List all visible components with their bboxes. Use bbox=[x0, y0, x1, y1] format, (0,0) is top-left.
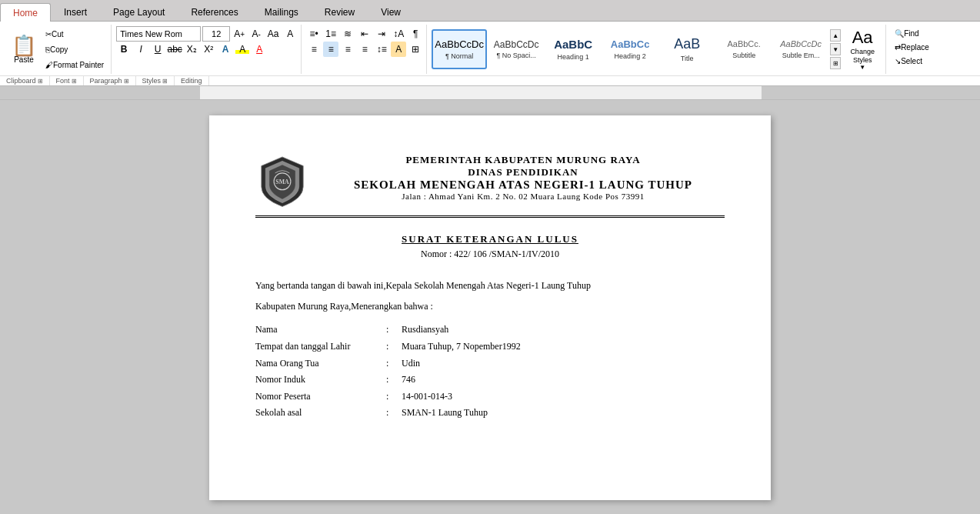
style-subtitle-label: Subtitle bbox=[732, 52, 755, 59]
style-nospace-label: ¶ No Spaci... bbox=[496, 52, 535, 59]
field-colon-nama: : bbox=[386, 322, 402, 339]
text-effects-button[interactable]: A bbox=[218, 42, 233, 57]
paste-icon: 📋 bbox=[12, 35, 36, 55]
format-painter-label: Format Painter bbox=[53, 61, 104, 69]
field-value-nompeserta: 14-001-014-3 bbox=[402, 389, 725, 406]
font-row1: A+ A- Aa A bbox=[116, 26, 298, 42]
strikethrough-button[interactable]: abc bbox=[167, 42, 182, 57]
field-label-nompeserta: Nomor Peserta bbox=[255, 389, 386, 406]
field-label-sekolahasal: Sekolah asal bbox=[255, 405, 386, 422]
copy-button[interactable]: ⎘ Copy bbox=[42, 42, 108, 56]
clear-formatting-button[interactable]: A bbox=[282, 26, 298, 42]
style-h1-label: Heading 1 bbox=[558, 53, 589, 61]
paragraph-group-label[interactable]: Paragraph ⊞ bbox=[84, 76, 136, 85]
tab-insert[interactable]: Insert bbox=[51, 2, 100, 21]
paste-button[interactable]: 📋 Paste bbox=[6, 26, 42, 72]
styles-scroll-down-button[interactable]: ▼ bbox=[830, 43, 841, 55]
font-group-label[interactable]: Font ⊞ bbox=[50, 76, 84, 85]
copy-label: Copy bbox=[50, 45, 68, 54]
styles-scroll-up-button[interactable]: ▲ bbox=[830, 29, 841, 42]
justify-button[interactable]: ≡ bbox=[357, 42, 372, 57]
field-colon-ttl: : bbox=[386, 339, 402, 355]
change-styles-button[interactable]: Aa ChangeStyles ▼ bbox=[842, 26, 882, 72]
align-center-button[interactable]: ≡ bbox=[323, 42, 338, 57]
show-formatting-button[interactable]: ¶ bbox=[408, 26, 423, 42]
format-painter-icon: 🖌 bbox=[45, 61, 53, 69]
font-shrink-button[interactable]: A- bbox=[248, 26, 264, 42]
find-button[interactable]: 🔍 Find bbox=[891, 26, 933, 40]
italic-button[interactable]: I bbox=[133, 42, 148, 57]
clipboard-group-label[interactable]: Clipboard ⊞ bbox=[0, 76, 50, 85]
align-left-button[interactable]: ≡ bbox=[306, 42, 322, 57]
change-styles-dropdown-icon: ▼ bbox=[859, 64, 865, 71]
field-label-orangtua: Nama Orang Tua bbox=[255, 355, 386, 372]
styles-expand-button[interactable]: ⊞ bbox=[830, 57, 841, 69]
font-grow-button[interactable]: A+ bbox=[232, 26, 247, 42]
style-normal-preview: AaBbCcDc bbox=[435, 38, 484, 51]
editing-group-label[interactable]: Editing bbox=[175, 76, 209, 85]
font-name-input[interactable] bbox=[116, 26, 201, 42]
line-spacing-button[interactable]: ↕≡ bbox=[374, 42, 389, 57]
org-line1: PEMERINTAH KABUPATEN MURUNG RAYA bbox=[322, 154, 725, 166]
subscript-button[interactable]: X₂ bbox=[184, 42, 199, 57]
style-subtitle-button[interactable]: AaBbCc. Subtitle bbox=[716, 29, 772, 69]
document-fields: Nama : Rusdiansyah Tempat dan tanggal La… bbox=[255, 322, 725, 422]
tab-references[interactable]: References bbox=[178, 2, 251, 21]
bold-button[interactable]: B bbox=[116, 42, 132, 57]
document-area[interactable]: SMA PEMERINTAH KABUPATEN MURUNG RAYA DIN… bbox=[0, 100, 980, 514]
editing-group: 🔍 Find ⇄ Replace ↘ Select bbox=[888, 25, 936, 74]
field-row-ttl: Tempat dan tanggal Lahir : Muara Tuhup, … bbox=[255, 339, 725, 355]
style-h2-button[interactable]: AaBbCc Heading 2 bbox=[602, 29, 658, 69]
underline-button[interactable]: U bbox=[150, 42, 165, 57]
tab-page-layout[interactable]: Page Layout bbox=[100, 2, 178, 21]
shading-button[interactable]: A bbox=[391, 42, 406, 57]
ruler bbox=[0, 86, 980, 100]
field-label-ttl: Tempat dan tanggal Lahir bbox=[255, 339, 386, 355]
clipboard-group: 📋 Paste ✂ Cut ⎘ Copy 🖌 Format Painter bbox=[3, 25, 112, 74]
styles-group-label[interactable]: Styles ⊞ bbox=[136, 76, 175, 85]
tab-review[interactable]: Review bbox=[312, 2, 368, 21]
select-button[interactable]: ↘ Select bbox=[891, 54, 933, 68]
multilevel-list-button[interactable]: ≋ bbox=[340, 26, 355, 42]
page: SMA PEMERINTAH KABUPATEN MURUNG RAYA DIN… bbox=[209, 115, 771, 500]
style-h2-label: Heading 2 bbox=[615, 52, 646, 60]
tab-mailings[interactable]: Mailings bbox=[252, 2, 312, 21]
paragraph-group: ≡• 1≡ ≋ ⇤ ⇥ ↕A ¶ ≡ ≡ ≡ ≡ ↕≡ A ⊞ bbox=[303, 25, 427, 74]
format-painter-button[interactable]: 🖌 Format Painter bbox=[42, 58, 108, 72]
font-color-button[interactable]: A bbox=[252, 42, 267, 57]
style-h1-button[interactable]: AaBbC Heading 1 bbox=[545, 29, 601, 69]
field-value-sekolahasal: SMAN-1 Laung Tuhup bbox=[402, 405, 725, 422]
align-right-button[interactable]: ≡ bbox=[340, 42, 355, 57]
increase-indent-button[interactable]: ⇥ bbox=[374, 26, 389, 42]
document-title: SURAT KETERANGAN LULUS bbox=[255, 233, 725, 245]
bullets-button[interactable]: ≡• bbox=[306, 26, 322, 42]
replace-icon: ⇄ bbox=[895, 43, 901, 52]
change-styles-label: ChangeStyles bbox=[850, 48, 875, 65]
letterhead-divider bbox=[255, 215, 725, 218]
field-colon-sekolahasal: : bbox=[386, 405, 402, 422]
ribbon-groups-bar: Clipboard ⊞ Font ⊞ Paragraph ⊞ Styles ⊞ … bbox=[0, 75, 980, 85]
style-title-button[interactable]: AaB Title bbox=[659, 29, 715, 69]
tab-home[interactable]: Home bbox=[0, 3, 51, 22]
cut-label: Cut bbox=[52, 30, 64, 38]
tab-view[interactable]: View bbox=[368, 2, 414, 21]
text-highlight-button[interactable]: A bbox=[235, 42, 250, 57]
decrease-indent-button[interactable]: ⇤ bbox=[357, 26, 372, 42]
font-size-input[interactable] bbox=[202, 26, 230, 42]
style-normal-button[interactable]: AaBbCcDc ¶ Normal bbox=[432, 29, 487, 69]
letterhead: SMA PEMERINTAH KABUPATEN MURUNG RAYA DIN… bbox=[255, 154, 725, 211]
body-text-1: Yang bertanda tangan di bawah ini,Kepala… bbox=[255, 279, 725, 293]
ribbon: 📋 Paste ✂ Cut ⎘ Copy 🖌 Format Painter bbox=[0, 22, 980, 86]
font-row2: B I U abc X₂ X² A A A bbox=[116, 42, 298, 57]
change-case-button[interactable]: Aa bbox=[265, 26, 281, 42]
style-subtitle-preview: AaBbCc. bbox=[727, 39, 760, 49]
replace-button[interactable]: ⇄ Replace bbox=[891, 40, 933, 54]
cut-button[interactable]: ✂ Cut bbox=[42, 27, 108, 41]
borders-button[interactable]: ⊞ bbox=[408, 42, 423, 57]
change-styles-icon: Aa bbox=[852, 28, 873, 48]
sort-button[interactable]: ↕A bbox=[391, 26, 406, 42]
style-nospace-button[interactable]: AaBbCcDc ¶ No Spaci... bbox=[488, 29, 544, 69]
superscript-button[interactable]: X² bbox=[201, 42, 216, 57]
style-subtle-button[interactable]: AaBbCcDc Subtle Em... bbox=[773, 29, 828, 69]
numbering-button[interactable]: 1≡ bbox=[323, 26, 338, 42]
